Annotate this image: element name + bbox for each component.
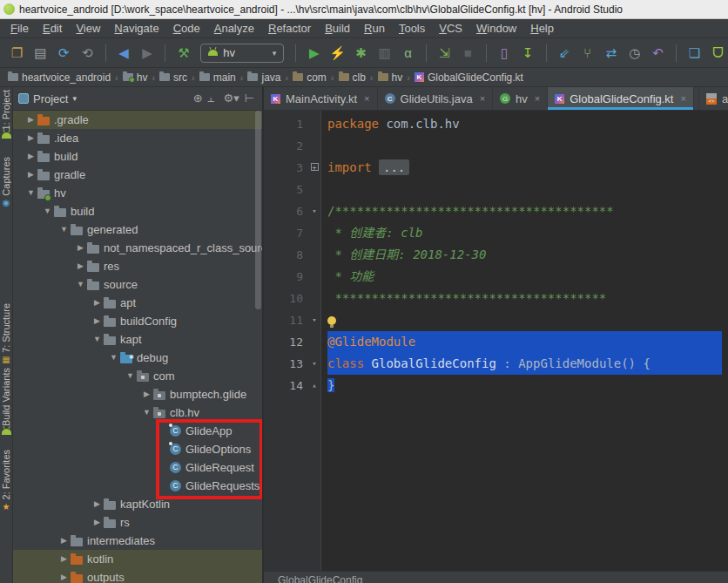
vcs-history-icon[interactable]: ◷: [624, 43, 644, 64]
tree-item-build[interactable]: ▶build: [13, 147, 262, 166]
breadcrumb-src[interactable]: src: [157, 71, 190, 85]
breadcrumb-globalglideconfig-kt[interactable]: KGlobalGlideConfig.kt: [412, 71, 526, 85]
breadcrumb-com[interactable]: com: [290, 71, 329, 85]
tab-close-icon[interactable]: ×: [480, 93, 485, 104]
title-bar[interactable]: heartvoice_android [D:\work_space\heartv…: [0, 0, 728, 19]
stripe-button-captures[interactable]: Captures◉: [1, 157, 11, 207]
tree-item-kapt[interactable]: ▼kapt: [13, 330, 262, 349]
fold-marker-icon[interactable]: ▾: [308, 200, 320, 222]
fold-marker-icon[interactable]: ▾: [308, 353, 320, 375]
tree-item-intermediates[interactable]: ▶intermediates: [13, 532, 262, 550]
tab-hv[interactable]: Ghv×: [493, 87, 548, 110]
tree-item-rs[interactable]: ▶rs: [13, 513, 262, 532]
menu-help[interactable]: Help: [523, 20, 561, 37]
make-project-icon[interactable]: ⚒: [173, 43, 193, 64]
menu-edit[interactable]: Edit: [36, 20, 69, 37]
tab-globalglideconfig-kt[interactable]: KGlobalGlideConfig.kt×: [548, 87, 694, 110]
code-line-5[interactable]: [321, 179, 728, 200]
stripe-button-7-structure[interactable]: 7: Structure▦: [1, 303, 11, 364]
tree-item-gliderequests[interactable]: CGlideRequests: [13, 477, 262, 495]
tree-item-res[interactable]: ▶res: [13, 257, 262, 275]
breadcrumb-main[interactable]: main: [197, 71, 239, 85]
tab-close-icon[interactable]: ×: [364, 93, 369, 104]
code-line-2[interactable]: [321, 135, 728, 157]
tree-item-glideapp[interactable]: CGlideApp: [13, 422, 262, 440]
menu-navigate[interactable]: Navigate: [107, 20, 165, 37]
tree-item-source[interactable]: ▼source: [13, 275, 262, 294]
forward-icon[interactable]: ▶: [138, 43, 158, 64]
code-line-14[interactable]: }: [321, 375, 728, 397]
code-line-6[interactable]: /**************************************: [321, 200, 728, 222]
menu-window[interactable]: Window: [469, 20, 523, 37]
save-all-icon[interactable]: ▤: [30, 43, 51, 64]
collapse-all-icon[interactable]: ⫠: [206, 92, 218, 105]
menu-run[interactable]: Run: [357, 20, 392, 37]
tree-scrollbar[interactable]: [255, 111, 261, 309]
stripe-button-1-project[interactable]: 1: Project: [1, 90, 11, 139]
code-line-13[interactable]: class GlobalGlideConfig : AppGlideModule…: [321, 353, 728, 375]
run-icon[interactable]: ▶: [304, 43, 324, 64]
layout-inspector-icon[interactable]: ❏: [684, 43, 704, 64]
stop-icon[interactable]: ■: [458, 43, 478, 64]
vcs-compare-icon[interactable]: ⇄: [601, 43, 621, 64]
stripe-button-2-favorites[interactable]: 2: Favorites★: [1, 450, 11, 511]
back-icon[interactable]: ◀: [114, 43, 134, 64]
intention-bulb-icon[interactable]: [327, 316, 336, 325]
tree-item-debug[interactable]: ▼debug: [13, 349, 262, 367]
run-config-dropdown[interactable]: hv▾: [200, 44, 284, 63]
code-line-11[interactable]: [321, 309, 728, 331]
refresh-icon[interactable]: ⟲: [78, 43, 98, 64]
tree-item-idea[interactable]: ▶.idea: [13, 129, 262, 147]
debug-icon[interactable]: ✱: [351, 43, 371, 64]
tree-item-not-namespaced-r-class-source[interactable]: ▶not_namespaced_r_class_source: [13, 239, 262, 257]
tree-item-bumptech-glide[interactable]: ▶bumptech.glide: [13, 385, 262, 403]
code-line-10[interactable]: *************************************: [321, 288, 728, 309]
menu-tools[interactable]: Tools: [392, 20, 432, 37]
code-line-1[interactable]: package com.clb.hv: [321, 113, 728, 135]
tree-item-hv[interactable]: ▼hv: [13, 184, 262, 202]
menu-vcs[interactable]: VCS: [432, 20, 469, 37]
breadcrumb-heartvoice-android[interactable]: heartvoice_android: [5, 71, 113, 85]
tree-item-build[interactable]: ▼build: [13, 202, 262, 220]
apply-changes-icon[interactable]: ⚡: [327, 43, 347, 64]
avd-manager-icon[interactable]: ▯: [495, 43, 515, 64]
device-pair-icon[interactable]: ᗜ: [708, 43, 728, 64]
menu-refactor[interactable]: Refactor: [261, 20, 318, 37]
code-line-3[interactable]: import ...: [321, 157, 728, 179]
code-line-7[interactable]: * 创建者: clb: [321, 222, 728, 244]
tree-item-apt[interactable]: ▶apt: [13, 294, 262, 312]
tab-glideutils-java[interactable]: CGlideUtils.java×: [378, 87, 494, 110]
tree-item-gradle[interactable]: ▶.gradle: [13, 111, 262, 129]
tree-item-kotlin[interactable]: ▶kotlin: [13, 550, 262, 568]
menu-build[interactable]: Build: [318, 20, 357, 37]
tree-item-buildconfig[interactable]: ▶buildConfig: [13, 312, 262, 330]
locate-icon[interactable]: ⊕: [191, 92, 206, 105]
attach-debugger-icon[interactable]: ⇲: [435, 43, 455, 64]
menu-view[interactable]: View: [69, 20, 107, 37]
profile-icon[interactable]: ▥: [374, 43, 394, 64]
tab-close-icon[interactable]: ×: [535, 93, 540, 104]
fold-expand-icon[interactable]: +: [311, 163, 319, 171]
stripe-button-build-variants[interactable]: Build Variants: [1, 368, 11, 435]
tab-close-icon[interactable]: ×: [680, 93, 685, 104]
fold-marker-icon[interactable]: +: [308, 157, 320, 179]
code-line-9[interactable]: * 功能: [321, 266, 728, 288]
profiler-icon[interactable]: α: [398, 43, 418, 64]
menu-code[interactable]: Code: [166, 20, 207, 37]
tree-item-gliderequest[interactable]: CGlideRequest: [13, 458, 262, 477]
tab-mainactivity-kt[interactable]: KMainActivity.kt×: [264, 87, 378, 110]
vcs-revert-icon[interactable]: ↶: [648, 43, 668, 64]
menu-file[interactable]: File: [3, 20, 36, 37]
tree-item-glideoptions[interactable]: CGlideOptions: [13, 440, 262, 458]
menu-analyze[interactable]: Analyze: [207, 20, 261, 37]
breadcrumb-java[interactable]: java: [245, 71, 283, 85]
tree-item-com[interactable]: ▼com: [13, 367, 262, 385]
breadcrumb-hv[interactable]: hv: [375, 71, 406, 85]
breadcrumb-hv[interactable]: hv: [120, 71, 151, 85]
code-line-8[interactable]: * 创建日期: 2018-12-30: [321, 244, 728, 266]
editor-breadcrumb-item[interactable]: GlobalGlideConfig: [278, 574, 362, 583]
project-panel-title[interactable]: Project: [33, 92, 68, 105]
project-title-caret-icon[interactable]: ▾: [72, 94, 77, 103]
tree-item-generated[interactable]: ▼generated: [13, 220, 262, 239]
tree-item-outputs[interactable]: ▶outputs: [13, 568, 262, 583]
